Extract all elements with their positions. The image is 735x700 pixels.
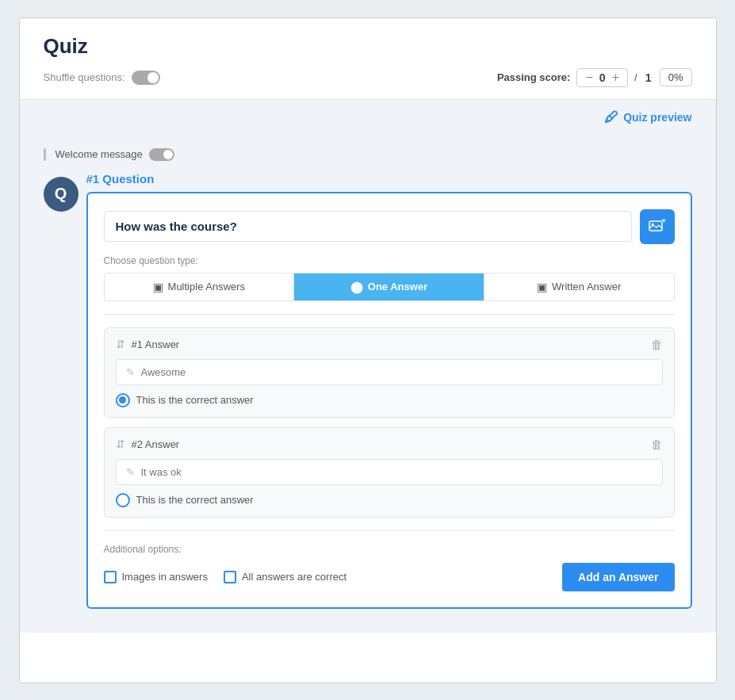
separator-2 bbox=[104, 530, 675, 531]
answer-block-1: ⇵ #1 Answer 🗑 ✎ This is the correct answ… bbox=[104, 327, 675, 418]
answer-2-label: #2 Answer bbox=[132, 438, 180, 450]
question-content: #1 Question bbox=[86, 172, 692, 609]
preview-icon: 🖊 bbox=[604, 109, 618, 126]
add-image-button[interactable] bbox=[640, 209, 675, 244]
images-in-answers-item: Images in answers bbox=[104, 571, 208, 583]
welcome-toggle[interactable] bbox=[149, 148, 174, 161]
score-total: 1 bbox=[644, 71, 653, 84]
type-multiple-label: Multiple Answers bbox=[168, 281, 246, 293]
answer-1-correct-radio[interactable] bbox=[116, 393, 130, 407]
answer-2-correct-row: This is the correct answer bbox=[116, 493, 663, 507]
answer-1-correct-row: This is the correct answer bbox=[116, 393, 663, 407]
type-written-label: Written Answer bbox=[552, 281, 621, 293]
answer-1-input-container: ✎ bbox=[116, 359, 663, 385]
answer-1-correct-label: This is the correct answer bbox=[136, 394, 254, 406]
type-buttons: ▣ Multiple Answers ⬤ One Answer ▣ Writte… bbox=[104, 273, 675, 301]
app-window: Quiz Shuffle questions: Passing score: −… bbox=[19, 17, 717, 683]
radio-icon: ⬤ bbox=[350, 281, 363, 293]
score-pct: 0% bbox=[660, 68, 692, 86]
add-answer-button[interactable]: Add an Answer bbox=[562, 563, 674, 591]
answer-2-correct-label: This is the correct answer bbox=[136, 494, 254, 506]
sort-icon-2: ⇵ bbox=[116, 438, 125, 450]
shuffle-section: Shuffle questions: bbox=[44, 71, 160, 85]
passing-section: Passing score: − 0 + / 1 0% bbox=[497, 68, 692, 87]
answer-1-header-left: ⇵ #1 Answer bbox=[116, 338, 180, 350]
additional-row: Images in answers All answers are correc… bbox=[104, 563, 675, 591]
all-correct-checkbox[interactable] bbox=[224, 571, 236, 583]
score-current: 0 bbox=[598, 71, 607, 84]
shuffle-toggle[interactable] bbox=[132, 71, 160, 85]
additional-label: Additional options: bbox=[104, 544, 675, 555]
type-multiple-answers-button[interactable]: ▣ Multiple Answers bbox=[105, 273, 295, 300]
additional-section: Additional options: Images in answers Al… bbox=[104, 544, 675, 591]
preview-label: Quiz preview bbox=[623, 111, 691, 124]
answer-2-input[interactable] bbox=[141, 466, 653, 478]
answer-1-label: #1 Answer bbox=[132, 339, 180, 350]
answer-block-2: ⇵ #2 Answer 🗑 ✎ This is the correct answ… bbox=[104, 427, 675, 518]
images-in-answers-checkbox[interactable] bbox=[104, 571, 117, 583]
checkboxes-group: Images in answers All answers are correc… bbox=[104, 571, 347, 583]
question-number-label: #1 Question bbox=[86, 172, 692, 186]
welcome-label: Welcome message bbox=[56, 148, 143, 160]
pencil-icon-2: ✎ bbox=[126, 466, 135, 478]
answer-1-input[interactable] bbox=[141, 366, 653, 378]
score-increase-button[interactable]: + bbox=[611, 71, 621, 84]
welcome-row: Welcome message bbox=[44, 136, 692, 172]
answer-2-header: ⇵ #2 Answer 🗑 bbox=[116, 438, 663, 451]
delete-answer-2-button[interactable]: 🗑 bbox=[651, 438, 663, 451]
images-in-answers-label: Images in answers bbox=[122, 571, 208, 583]
question-card: Choose question type: ▣ Multiple Answers… bbox=[86, 192, 692, 609]
answer-2-header-left: ⇵ #2 Answer bbox=[116, 438, 180, 450]
answer-1-header: ⇵ #1 Answer 🗑 bbox=[116, 338, 663, 351]
answer-2-correct-radio[interactable] bbox=[116, 493, 130, 507]
all-correct-item: All answers are correct bbox=[224, 571, 346, 583]
score-separator: / bbox=[634, 71, 637, 83]
shuffle-label: Shuffle questions: bbox=[44, 71, 125, 83]
body: Welcome message Q #1 Question bbox=[20, 136, 716, 633]
answer-2-input-container: ✎ bbox=[116, 459, 663, 485]
score-box: − 0 + bbox=[576, 68, 628, 87]
passing-label: Passing score: bbox=[497, 71, 571, 83]
separator-1 bbox=[104, 314, 675, 315]
checkbox-icon: ▣ bbox=[153, 281, 163, 293]
score-decrease-button[interactable]: − bbox=[584, 71, 594, 84]
header: Quiz Shuffle questions: Passing score: −… bbox=[20, 18, 716, 100]
question-area: Q #1 Question bbox=[44, 172, 692, 609]
welcome-bar-decoration bbox=[44, 148, 46, 161]
question-input-row bbox=[104, 209, 675, 244]
pencil-icon-1: ✎ bbox=[126, 366, 135, 378]
all-correct-label: All answers are correct bbox=[242, 571, 346, 583]
type-written-answer-button[interactable]: ▣ Written Answer bbox=[484, 273, 674, 300]
type-label: Choose question type: bbox=[104, 255, 675, 266]
sub-header: 🖊 Quiz preview bbox=[20, 100, 716, 136]
sort-icon-1: ⇵ bbox=[116, 338, 125, 350]
image-icon bbox=[649, 219, 666, 235]
type-one-label: One Answer bbox=[368, 281, 427, 293]
written-icon: ▣ bbox=[537, 281, 547, 293]
page-title: Quiz bbox=[44, 34, 692, 59]
question-icon: Q bbox=[44, 177, 78, 212]
delete-answer-1-button[interactable]: 🗑 bbox=[651, 338, 663, 351]
type-one-answer-button[interactable]: ⬤ One Answer bbox=[294, 273, 484, 300]
header-controls: Shuffle questions: Passing score: − 0 + … bbox=[44, 68, 692, 87]
question-input[interactable] bbox=[104, 211, 632, 242]
quiz-preview-link[interactable]: 🖊 Quiz preview bbox=[604, 109, 691, 126]
